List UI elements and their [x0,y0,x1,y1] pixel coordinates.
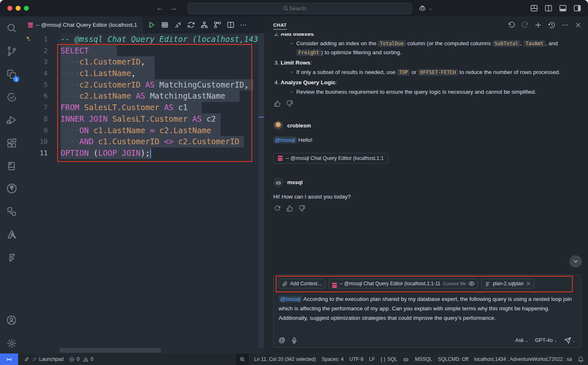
close-window-button[interactable] [7,6,12,11]
check-circle-icon [7,92,17,102]
sidebar-item-search[interactable] [0,18,23,38]
code-token: SalesLT.Customer [79,103,159,112]
model-selector[interactable]: GPT-4o⌄ [535,337,557,343]
chat-more-icon[interactable]: ⋯ [562,21,569,29]
chat-input[interactable]: @mssql According to the execution plan s… [279,294,576,334]
code-line[interactable]: 2SELECT [23,45,258,57]
code-token: AND [79,137,93,146]
github-icon [6,183,17,194]
code-line[interactable]: 3····c1.CustomerID, [23,56,258,68]
sidebar-item-fabric[interactable] [0,247,23,267]
history-icon[interactable] [548,21,555,29]
launchpad-button[interactable]: Launchpad [24,356,63,362]
mention-chip[interactable]: @mssql [279,296,302,303]
toggle-secondary-sidebar-icon[interactable] [573,4,581,12]
search-input[interactable] [288,5,317,12]
minimize-window-button[interactable] [16,6,21,11]
chat-input-container[interactable]: Add Context...-- @mssql Chat Query Edito… [273,275,581,348]
context-pill[interactable]: -- @mssql Chat Query Editor (localhost,1… [328,279,478,289]
run-query-icon[interactable] [148,21,156,29]
sidebar-item-github[interactable] [0,178,23,198]
regenerate-icon[interactable] [274,205,281,212]
remote-indicator[interactable]: >< [0,353,18,365]
code-line[interactable]: 11OPTION (LOOP JOIN); [23,148,258,159]
eye-icon[interactable] [469,281,474,286]
sidebar-item-extensions[interactable] [0,133,23,153]
sidebar-item-source-control[interactable] [0,41,23,61]
chevron-down-icon: ⌄ [429,6,432,11]
encoding[interactable]: UTF-8 [349,356,363,362]
copilot-menu-button[interactable]: ⌄ [418,5,432,12]
indentation[interactable]: Spaces: 4 [322,356,344,362]
estimated-plan-icon[interactable] [200,21,208,29]
thumbs-down-icon[interactable] [286,100,293,107]
mssql-status[interactable]: MSSQL [415,356,432,362]
results-grid-icon[interactable] [161,21,169,29]
cursor-position[interactable]: Ln 11, Col 20 (342 selected) [254,356,316,362]
chat-message-list[interactable]: 2. Add Indexes:◦Consider adding an index… [264,33,588,271]
eol-sequence[interactable]: LF [369,356,375,362]
sidebar-item-accounts[interactable] [0,310,23,330]
customize-layout-icon[interactable] [530,4,538,12]
maximize-window-button[interactable] [24,6,29,11]
sidebar-item-testing[interactable] [0,87,23,107]
new-chat-icon[interactable] [535,21,542,29]
microphone-icon[interactable] [291,337,297,344]
line-number: 6 [23,90,48,102]
sidebar-item-connections[interactable] [0,201,23,221]
more-actions-icon[interactable]: ⋯ [240,21,247,29]
redo-icon[interactable] [521,21,528,28]
code-line[interactable]: 4····c1.LastName, [23,68,258,79]
sidebar-item-settings[interactable] [0,333,23,353]
send-button[interactable]: ⌄ [564,337,576,344]
nav-back-icon[interactable]: ← [156,4,163,12]
actual-plan-icon[interactable] [214,21,221,29]
sidebar-item-azure[interactable] [0,224,23,244]
code-token: ···· [60,69,79,78]
zoom-icon [239,356,245,362]
code-line[interactable]: 9····ON c1.LastName = c2.LastName [23,125,258,136]
code-editor[interactable]: ✦✦ 1-- @mssql Chat Query Editor (localho… [23,33,264,353]
close-icon[interactable] [526,281,531,286]
mention-context-icon[interactable]: @ [279,337,285,344]
scroll-to-bottom-button[interactable] [569,255,582,268]
code-line[interactable]: 7FROM SalesLT.Customer AS c1 [23,102,258,113]
mention-chip[interactable]: @mssql [273,136,297,143]
thumbs-down-icon[interactable] [299,205,305,212]
code-line[interactable]: 8INNER JOIN SalesLT.Customer AS c2 [23,113,258,125]
language-mode[interactable]: { }SQL [381,356,397,362]
message-attachment-pill[interactable]: -- @mssql Chat Query Editor (localhost,1… [273,153,388,164]
editor-vertical-scrollbar[interactable] [258,33,264,348]
toggle-primary-sidebar-icon[interactable] [544,4,553,12]
command-center-search[interactable] [188,3,412,14]
thumbs-up-icon[interactable] [286,205,293,212]
code-line[interactable]: 6····c2.LastName AS MatchingLastName [23,90,258,102]
problems-errors[interactable]: 0 0 [69,356,93,362]
toggle-panel-icon[interactable] [559,4,567,12]
code-line[interactable]: 10····AND c1.CustomerID <> c2.CustomerID [23,136,258,148]
list-bullet: ◦If only a subset of results is needed, … [273,68,579,77]
zoom-indicator[interactable] [236,353,249,365]
thumbs-up-icon[interactable] [274,100,281,107]
sqlcmd-status[interactable]: SQLCMD: Off [438,356,469,362]
notifications-bell[interactable] [578,356,584,363]
connection-status[interactable]: localhost,1434 : AdventureWorksLT2022 : … [474,356,572,362]
tab-mssql-chat-query-editor[interactable]: -- @mssql Chat Query Editor (localhost,1 [23,16,143,33]
code-line[interactable]: 5····c2.CustomerID AS MatchingCustomerID… [23,79,258,91]
sidebar-item-sql-database[interactable] [0,156,23,176]
sidebar-item-run-debug[interactable] [0,110,23,130]
editor-horizontal-scrollbar[interactable] [60,348,161,353]
code-line[interactable]: 1-- @mssql Chat Query Editor (localhost,… [23,34,258,45]
nav-forward-icon[interactable]: → [170,4,177,12]
chat-tab[interactable]: CHAT [273,23,287,30]
disconnect-icon[interactable] [174,21,182,29]
undo-icon[interactable] [508,21,515,28]
context-pill[interactable]: plan-2.sqlplan [481,279,535,289]
copilot-status[interactable] [403,356,409,363]
split-editor-icon[interactable] [227,21,235,29]
sidebar-item-explorer[interactable]: 1 [0,64,23,84]
change-connection-icon[interactable] [187,21,195,29]
add-context-button[interactable]: Add Context... [279,279,325,289]
mode-selector[interactable]: Ask⌄ [515,337,528,343]
close-icon[interactable] [575,22,581,28]
